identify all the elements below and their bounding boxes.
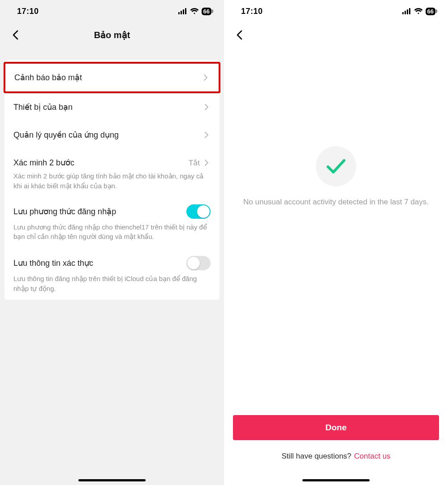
page-title: Bảo mật	[0, 30, 224, 40]
bottom-actions: Done Still have questions? Contact us	[224, 415, 448, 485]
back-button[interactable]	[9, 29, 22, 41]
nav-header: Bảo mật	[0, 22, 224, 48]
back-button[interactable]	[233, 29, 246, 41]
toggle-save-login[interactable]	[186, 204, 211, 219]
status-message: No unusual account activity detected in …	[243, 196, 429, 208]
highlighted-row: Cảnh báo bảo mật	[4, 62, 220, 93]
toggle-save-credentials[interactable]	[186, 256, 211, 270]
status-icons: 66	[402, 8, 435, 15]
contact-us-link[interactable]: Contact us	[354, 452, 390, 461]
row-label: Lưu phương thức đăng nhập	[13, 207, 116, 217]
home-indicator	[302, 479, 370, 481]
status-time: 17:10	[241, 7, 263, 16]
security-settings-screen: 17:10 66 Bảo mật Cảnh báo bảo mật	[0, 0, 224, 485]
svg-rect-4	[402, 12, 404, 14]
cellular-signal-icon	[178, 8, 187, 14]
chevron-right-icon	[202, 103, 211, 111]
svg-rect-6	[407, 9, 408, 14]
security-alert-result-screen: 17:10 66 No unusual account activity det…	[224, 0, 448, 485]
svg-rect-7	[409, 8, 410, 14]
row-your-devices[interactable]: Thiết bị của bạn	[4, 93, 220, 121]
chevron-right-icon	[202, 131, 211, 139]
chevron-right-icon	[202, 74, 210, 82]
row-description: Xác minh 2 bước giúp tăng tính bảo mật c…	[4, 171, 220, 193]
success-check-icon	[316, 146, 356, 186]
status-bar: 17:10 66	[224, 0, 448, 22]
svg-rect-2	[183, 9, 184, 14]
wifi-icon	[414, 8, 423, 14]
battery-indicator: 66	[426, 8, 435, 15]
row-label: Quản lý quyền của ứng dụng	[13, 130, 119, 140]
row-description: Lưu phương thức đăng nhập cho thienchel1…	[4, 222, 220, 244]
status-time: 17:10	[17, 7, 39, 16]
settings-card: Cảnh báo bảo mật Thiết bị của bạn Quản l…	[4, 60, 220, 300]
row-label: Thiết bị của bạn	[13, 102, 73, 112]
home-indicator	[78, 479, 146, 481]
row-label: Xác minh 2 bước	[13, 158, 74, 168]
done-button[interactable]: Done	[233, 415, 439, 440]
row-security-alert[interactable]: Cảnh báo bảo mật	[5, 64, 219, 91]
row-value: Tắt	[189, 158, 200, 168]
svg-rect-1	[181, 11, 182, 14]
svg-rect-5	[405, 11, 406, 14]
cellular-signal-icon	[402, 8, 411, 14]
row-label: Cảnh báo bảo mật	[14, 73, 82, 82]
status-bar: 17:10 66	[0, 0, 224, 22]
nav-header	[224, 22, 448, 48]
row-app-permissions[interactable]: Quản lý quyền của ứng dụng	[4, 121, 220, 149]
svg-rect-3	[185, 8, 186, 14]
row-label: Lưu thông tin xác thực	[13, 258, 93, 268]
wifi-icon	[190, 8, 199, 14]
footer-question: Still have questions?	[281, 452, 351, 461]
battery-indicator: 66	[202, 8, 211, 15]
svg-rect-0	[178, 12, 180, 14]
status-icons: 66	[178, 8, 211, 15]
row-description: Lưu thông tin đăng nhập trên thiết bị iC…	[4, 274, 220, 295]
chevron-right-icon	[202, 159, 211, 167]
